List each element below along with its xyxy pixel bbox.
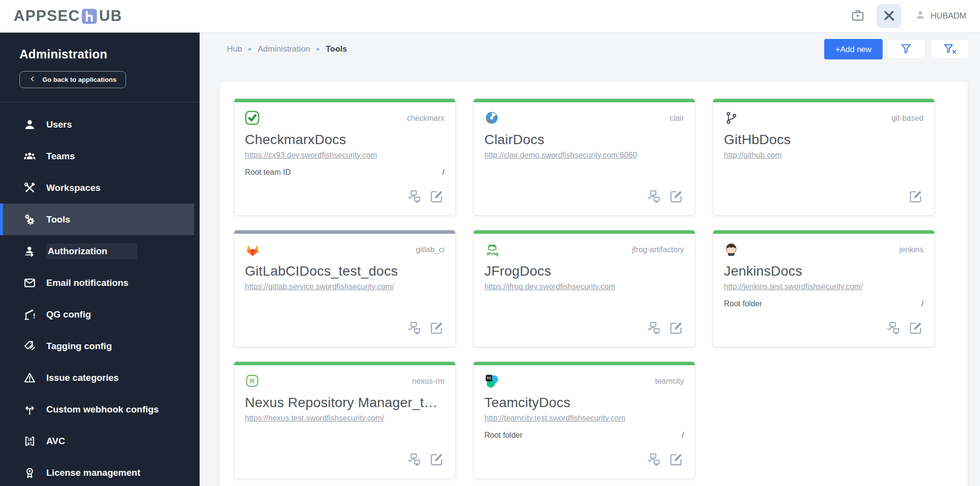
tool-url-link[interactable]: http://github.com <box>724 151 781 160</box>
card-actions <box>407 321 444 335</box>
card-actions <box>647 189 683 204</box>
teams-icon <box>23 150 36 163</box>
breadcrumb-separator-dot <box>316 48 319 51</box>
sidebar-item-label: Teams <box>46 151 75 162</box>
health-check-icon[interactable] <box>407 189 421 204</box>
tool-title: GitHbDocs <box>724 132 924 148</box>
svg-text:TC: TC <box>486 376 492 380</box>
tool-title: TeamcityDocs <box>484 395 684 411</box>
app-logo: APPSEC UB <box>14 7 122 25</box>
tool-type-label: teamcity <box>655 377 684 386</box>
sidebar-item-label: Custom webhook configs <box>46 404 159 415</box>
tool-card-gitlabcidocs-test-docs: gitlab_ciGitLabCIDocs_test_docshttps://g… <box>234 230 456 347</box>
breadcrumb: HubAdministrationTools <box>227 44 347 54</box>
svg-text:R: R <box>250 377 255 385</box>
card-status-bar <box>474 362 695 365</box>
sidebar-item-issue-categories[interactable]: Issue categories <box>0 362 200 393</box>
tools-grid: checkmarxCheckmarxDocshttps://cx93.dev.s… <box>220 82 968 479</box>
admin-sidebar: Administration Go back to applications U… <box>0 33 200 486</box>
filter-button[interactable] <box>887 39 925 59</box>
breadcrumb-item-administration[interactable]: Administration <box>258 44 310 54</box>
card-status-bar <box>713 99 934 102</box>
sidebar-item-qg-config[interactable]: QG config <box>0 299 200 330</box>
issues-icon <box>23 372 36 384</box>
sidebar-item-teams[interactable]: Teams <box>0 140 200 172</box>
tool-detail-row: Root folder/ <box>484 431 684 440</box>
sidebar-item-label: QG config <box>46 309 91 320</box>
tool-url-link[interactable]: http://clair.demo.swordfishsecurity.com:… <box>484 151 637 160</box>
sidebar-item-label: Issue categories <box>46 373 119 383</box>
tool-url-link[interactable]: http://teamcity.test.swordfishsecurity.c… <box>484 414 625 423</box>
tool-url-link[interactable]: https://gitlab.service.swordfishsecurity… <box>245 282 394 291</box>
sidebar-item-workspaces[interactable]: Workspaces <box>0 172 200 204</box>
sidebar-item-email-notifications[interactable]: Email notifications <box>0 267 200 299</box>
filter-clear-icon <box>943 42 957 56</box>
health-check-icon[interactable] <box>647 452 661 467</box>
card-actions <box>647 321 683 335</box>
tool-card-checkmarxdocs: checkmarxCheckmarxDocshttps://cx93.dev.s… <box>234 98 456 216</box>
health-check-icon[interactable] <box>647 189 661 204</box>
sidebar-nav: UsersTeamsWorkspacesToolsAuthorizationEm… <box>0 102 200 486</box>
administration-tools-button[interactable] <box>877 4 901 28</box>
card-status-bar <box>234 230 455 234</box>
svg-text:JFrog: JFrog <box>486 251 498 256</box>
sidebar-item-tools[interactable]: Tools <box>0 204 194 235</box>
user-menu[interactable]: HUBADM <box>915 9 966 23</box>
health-check-icon[interactable] <box>407 321 421 335</box>
user-name: HUBADM <box>930 11 966 21</box>
applications-briefcase-button[interactable] <box>846 4 870 28</box>
tool-detail-row: Root folder/ <box>724 299 924 308</box>
breadcrumb-item-tools: Tools <box>326 44 347 54</box>
sidebar-item-users[interactable]: Users <box>0 109 200 140</box>
health-check-icon[interactable] <box>647 321 661 335</box>
sidebar-item-avc[interactable]: 1001AVC <box>0 425 200 457</box>
sidebar-item-label: License management <box>46 467 140 478</box>
tool-title: Nexus Repository Manager_test_… <box>245 395 444 411</box>
edit-icon[interactable] <box>669 321 683 335</box>
sidebar-item-license-management[interactable]: License management <box>0 457 200 486</box>
health-check-icon[interactable] <box>886 321 900 335</box>
sidebar-head: Administration Go back to applications <box>0 33 200 88</box>
sidebar-item-label: AVC <box>46 436 65 447</box>
card-status-bar <box>474 99 695 102</box>
tool-type-label: checkmarx <box>407 114 444 123</box>
go-back-button[interactable]: Go back to applications <box>19 71 126 88</box>
breadcrumb-item-hub[interactable]: Hub <box>227 44 242 54</box>
gitlab-logo-icon <box>245 242 259 257</box>
edit-icon[interactable] <box>429 452 444 467</box>
clear-filter-button[interactable] <box>930 39 969 59</box>
tool-url-link[interactable]: https://cx93.dev.swordfishsecurity.com <box>245 151 377 160</box>
health-check-icon[interactable] <box>407 452 421 467</box>
jenkins-logo-icon <box>724 242 739 257</box>
sidebar-item-authorization[interactable]: Authorization <box>0 235 200 267</box>
edit-icon[interactable] <box>429 189 444 204</box>
tool-card-githbdocs: git-basedGitHbDocshttp://github.com <box>713 98 935 216</box>
tool-detail-value: / <box>682 431 684 440</box>
clair-logo-icon <box>484 111 499 125</box>
sidebar-item-custom-webhook-configs[interactable]: Custom webhook configs <box>0 393 200 425</box>
add-new-button[interactable]: +Add new <box>824 39 883 59</box>
tool-url-link[interactable]: https://nexus.test.swordfishsecurity.com… <box>245 414 384 423</box>
sidebar-item-label: Authorization <box>46 243 137 259</box>
tool-url-link[interactable]: http://jenkins.test.swordfishsecurity.co… <box>724 282 863 291</box>
checkmarx-logo-icon <box>245 111 259 125</box>
card-actions <box>407 452 444 467</box>
edit-icon[interactable] <box>669 452 683 467</box>
license-icon <box>23 467 36 479</box>
edit-icon[interactable] <box>908 321 923 335</box>
tool-title: GitLabCIDocs_test_docs <box>245 263 444 279</box>
tool-type-label: jenkins <box>899 245 924 254</box>
tool-type-label: jfrog-artifactory <box>632 245 684 254</box>
svg-text:01: 01 <box>27 441 32 446</box>
edit-icon[interactable] <box>429 321 444 335</box>
avc-icon: 1001 <box>23 435 36 448</box>
edit-icon[interactable] <box>908 189 923 204</box>
users-icon <box>23 118 36 131</box>
sidebar-item-tagging-config[interactable]: Tagging config <box>0 330 200 362</box>
card-status-bar <box>234 99 455 102</box>
git-logo-icon <box>724 111 739 125</box>
edit-icon[interactable] <box>669 189 683 204</box>
tool-card-nexus-repository-manager-test: Rnexus-rmNexus Repository Manager_test_…… <box>234 361 456 479</box>
tool-url-link[interactable]: https://jfrog.dev.swordfishsecurity.com <box>484 282 615 291</box>
tool-type-label: nexus-rm <box>412 377 444 386</box>
